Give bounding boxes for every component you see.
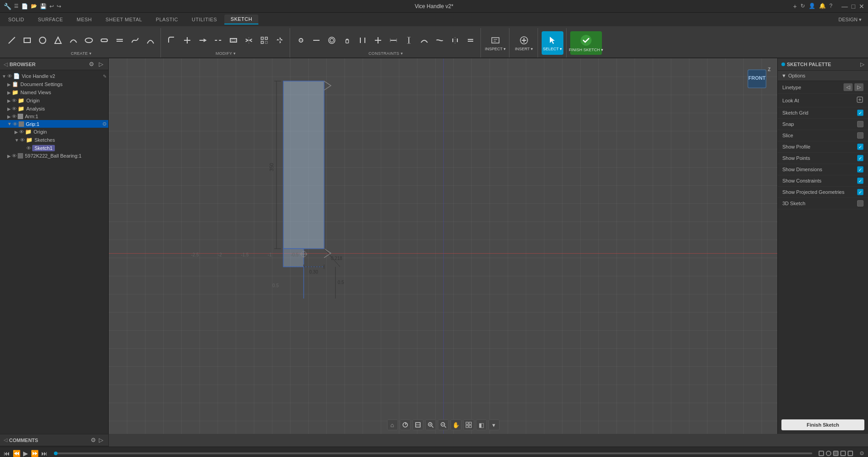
zoom-btn[interactable] [425,419,436,430]
3d-sketch-checkbox[interactable] [857,200,863,207]
finish-sketch-btn[interactable]: Finish Sketch [781,419,864,430]
comments-expand-icon[interactable]: ▷ [97,436,105,444]
frame-indicator[interactable] [819,451,824,456]
tab-plastic[interactable]: PLASTIC [150,15,184,24]
show-constraints-checkbox[interactable]: ✓ [857,178,863,184]
tool-coincident[interactable] [294,31,308,50]
show-dimensions-checkbox[interactable]: ✓ [857,166,863,173]
eye-grip1[interactable]: 👁 [13,121,18,127]
help-icon[interactable]: ? [829,3,833,10]
tool-ellipse[interactable] [82,31,96,50]
tool-arc[interactable] [66,31,81,50]
tree-arrow-analysis[interactable]: ▶ [7,106,11,111]
tree-item-doc-settings[interactable]: ▶ 📋 Document Settings [0,80,108,88]
timeline-thumb[interactable] [54,452,58,455]
collapse-left-icon[interactable]: ◁ [4,61,8,67]
tool-line[interactable] [5,31,19,50]
account-icon[interactable]: 👤 [809,3,815,10]
tree-item-bearing[interactable]: ▶ 👁 5972K222_Ball Bearing:1 [0,152,108,159]
tool-mirror[interactable] [242,31,256,50]
linetype-right-btn[interactable]: ▷ [854,83,863,91]
pan-btn[interactable]: ✋ [451,419,461,430]
tool-equal-lines[interactable] [112,31,127,50]
eye-sketches[interactable]: 👁 [20,137,25,143]
finish-sketch-ribbon-btn[interactable]: FINISH SKETCH ▾ [570,31,602,55]
tab-sketch[interactable]: SKETCH [224,14,259,24]
tool-rectangle[interactable] [20,31,34,50]
open-file-icon[interactable]: 📂 [31,3,37,9]
show-profile-checkbox[interactable]: ✓ [857,144,863,150]
tool-triangle[interactable] [51,31,65,50]
sketch-grid-checkbox[interactable]: ✓ [857,110,863,116]
tree-arrow-origin[interactable]: ▶ [7,98,11,103]
tab-mesh[interactable]: MESH [70,15,98,24]
minimize-btn[interactable]: — [842,3,848,10]
snap-checkbox[interactable] [857,121,863,127]
cube-nav[interactable]: FRONT Z [741,63,773,95]
tree-arrow-doc[interactable]: ▶ [7,82,11,87]
display-mode-btn[interactable]: ◧ [476,419,487,430]
tool-parallel[interactable] [355,31,370,50]
tree-item-grip1[interactable]: ▼ 👁 Grip:1 ⊙ [0,120,108,128]
tree-arrow-arm1[interactable]: ▶ [7,114,11,119]
tree-item-named-views[interactable]: ▶ 📁 Named Views [0,88,108,96]
prev-btn[interactable]: ⏪ [13,450,20,457]
tree-arrow-origin2[interactable]: ▶ [15,130,18,135]
tool-pattern[interactable] [257,31,272,50]
refresh-icon[interactable]: ↻ [800,3,805,10]
constraints-group-label[interactable]: CONSTRAINTS ▾ [369,51,403,57]
app-menu[interactable]: ☰ [14,3,19,9]
design-dropdown[interactable]: DESIGN ▾ [834,17,866,23]
tool-fillet[interactable] [165,31,179,50]
tree-item-sketch1[interactable]: 👁 Sketch1 [0,144,108,152]
tree-item-analysis[interactable]: ▶ 👁 📁 Analysis [0,105,108,113]
show-projected-checkbox[interactable]: ✓ [857,189,863,195]
close-btn[interactable]: ✕ [859,3,864,10]
redo-icon[interactable]: ↪ [57,3,61,10]
tool-equal[interactable] [463,31,478,50]
tool-horizontal[interactable] [386,31,401,50]
tree-item-root[interactable]: ▼ 👁 📄 Vice Handle v2 ✎ [0,72,108,80]
tree-arrow-views[interactable]: ▶ [7,90,11,95]
tree-arrow-grip1[interactable]: ▼ [7,121,12,126]
tab-solid[interactable]: SOLID [2,15,31,24]
create-group-label[interactable]: CREATE ▾ [71,51,92,57]
tool-conic[interactable] [143,31,158,50]
canvas-area[interactable]: 350 0.30 0.218 0.5 -2.5 -2 -1.5 - [109,58,777,434]
zoom-out-btn[interactable] [438,419,449,430]
zoom-fit-btn[interactable] [412,419,423,430]
maximize-btn[interactable]: □ [852,3,855,10]
tool-tangent[interactable] [417,31,432,50]
tool-collinear[interactable] [309,31,324,50]
next-btn[interactable]: ⏩ [31,450,39,457]
circle-indicator[interactable] [826,451,831,456]
modify-group-label[interactable]: MODIFY ▾ [216,51,236,57]
home-view-btn[interactable]: ⌂ [387,419,398,430]
tab-surface[interactable]: SURFACE [32,15,69,24]
tool-fix[interactable] [340,31,354,50]
slice-checkbox[interactable] [857,132,863,139]
tool-select[interactable]: SELECT ▾ [542,31,563,55]
tool-perp[interactable] [371,31,385,50]
rewind-btn[interactable]: ⏮ [4,450,10,457]
eye-arm1[interactable]: 👁 [12,114,17,119]
eye-analysis[interactable]: 👁 [12,106,17,111]
play-btn[interactable]: ▶ [23,450,28,457]
new-file-icon[interactable]: 📄 [21,3,28,10]
tree-item-sketches[interactable]: ▼ 👁 📁 Sketches [0,136,108,144]
eye-origin2[interactable]: 👁 [19,129,24,135]
tab-utilities[interactable]: UTILITIES [185,15,223,24]
tool-vertical[interactable] [402,31,416,50]
show-points-checkbox[interactable]: ✓ [857,155,863,161]
more-tools-btn[interactable]: ▾ [489,419,499,430]
tool-move[interactable] [272,31,287,50]
orbit-btn[interactable] [400,419,411,430]
tree-item-arm1[interactable]: ▶ 👁 Arm:1 [0,113,108,120]
tool-spline[interactable] [128,31,142,50]
notification-icon[interactable]: 🔔 [819,3,826,10]
tool-trim[interactable] [180,31,194,50]
tab-sheet-metal[interactable]: SHEET METAL [99,15,149,24]
eye-origin[interactable]: 👁 [12,98,17,103]
snap-indicator[interactable] [840,451,846,456]
eye-sketch1[interactable]: 👁 [26,145,31,151]
